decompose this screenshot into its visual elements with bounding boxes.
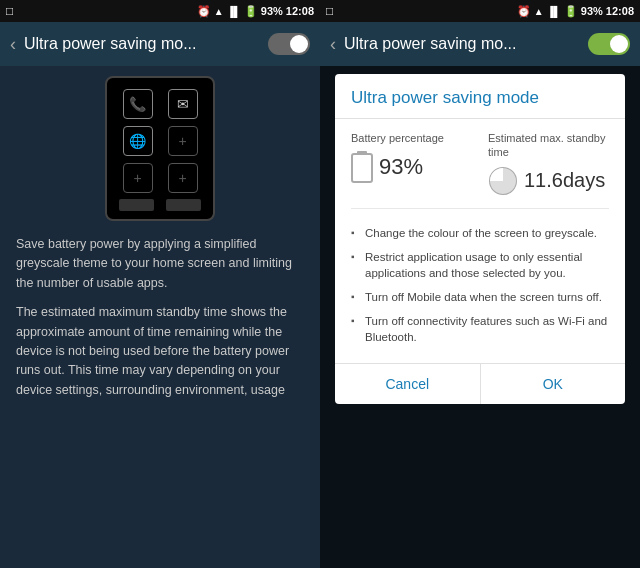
mockup-row-2: 🌐 +: [115, 125, 205, 156]
mockup-bar-left: [119, 199, 154, 211]
status-left-icons: □: [6, 4, 13, 18]
notification-icon: □: [6, 4, 13, 18]
phone-app-icon: 📞: [123, 89, 153, 119]
back-button[interactable]: ‹: [10, 34, 16, 55]
right-signal-icon: ▐▌: [547, 6, 561, 17]
phone-mockup: 📞 ✉ 🌐 + + +: [105, 76, 215, 221]
battery-value-row: 93%: [351, 151, 472, 183]
right-content-area: power runs out. This time may vary depen…: [320, 66, 640, 568]
feature-item-1: Change the colour of the screen to greys…: [351, 223, 609, 243]
globe-app-icon: 🌐: [123, 126, 153, 156]
battery-level-icon: [351, 151, 373, 183]
alarm-icon: ⏰: [197, 5, 211, 18]
battery-label: Battery percentage: [351, 131, 472, 145]
right-page-title: Ultra power saving mo...: [344, 35, 580, 53]
right-wifi-icon: ▲: [534, 6, 544, 17]
left-description: Save battery power by applying a simplif…: [16, 235, 304, 400]
desc-paragraph-1: Save battery power by applying a simplif…: [16, 235, 304, 293]
left-header-bar: ‹ Ultra power saving mo...: [0, 22, 320, 66]
standby-value-row: 11.6days: [488, 166, 609, 196]
right-back-button[interactable]: ‹: [330, 34, 336, 55]
time-display: 12:08: [286, 5, 314, 17]
ultra-power-toggle-on[interactable]: [588, 33, 630, 55]
cancel-button[interactable]: Cancel: [335, 364, 481, 404]
standby-clock-icon: [488, 166, 518, 196]
feature-item-3: Turn off Mobile data when the screen tur…: [351, 287, 609, 307]
add-app-icon-2: +: [123, 163, 153, 193]
battery-percentage-col: Battery percentage 93%: [351, 131, 472, 196]
mockup-row-1: 📞 ✉: [115, 88, 205, 119]
mockup-row-3: + +: [115, 162, 205, 193]
right-panel: □ ⏰ ▲ ▐▌ 🔋 93% 12:08 ‹ Ultra power savin…: [320, 0, 640, 568]
ultra-power-toggle-off[interactable]: [268, 33, 310, 55]
right-time-display: 12:08: [606, 5, 634, 17]
right-battery-icon: 🔋: [564, 5, 578, 18]
right-status-left: □: [326, 4, 333, 18]
feature-item-4: Turn off connectivity features such as W…: [351, 311, 609, 347]
standby-label: Estimated max. standby time: [488, 131, 609, 160]
dialog-overlay: Ultra power saving mode Battery percenta…: [320, 66, 640, 568]
ultra-power-dialog: Ultra power saving mode Battery percenta…: [335, 74, 625, 404]
mockup-bottom-bar: [115, 199, 205, 211]
right-notification-icon: □: [326, 4, 333, 18]
standby-time-value: 11.6days: [524, 169, 605, 192]
right-battery-percent-status: 93%: [581, 5, 603, 17]
right-alarm-icon: ⏰: [517, 5, 531, 18]
dialog-body: Battery percentage 93%: [335, 119, 625, 363]
right-status-bar: □ ⏰ ▲ ▐▌ 🔋 93% 12:08: [320, 0, 640, 22]
feature-item-2: Restrict application usage to only essen…: [351, 247, 609, 283]
left-status-bar: □ ⏰ ▲ ▐▌ 🔋 93% 12:08: [0, 0, 320, 22]
battery-info-section: Battery percentage 93%: [351, 131, 609, 209]
wifi-icon: ▲: [214, 6, 224, 17]
add-app-icon-1: +: [168, 126, 198, 156]
feature-list: Change the colour of the screen to greys…: [351, 223, 609, 348]
add-app-icon-3: +: [168, 163, 198, 193]
email-app-icon: ✉: [168, 89, 198, 119]
battery-icon: 🔋: [244, 5, 258, 18]
svg-rect-2: [354, 156, 370, 180]
signal-icon: ▐▌: [227, 6, 241, 17]
right-header-bar: ‹ Ultra power saving mo...: [320, 22, 640, 66]
battery-percent-status: 93%: [261, 5, 283, 17]
ok-button[interactable]: OK: [481, 364, 626, 404]
dialog-actions: Cancel OK: [335, 363, 625, 404]
status-right-icons: ⏰ ▲ ▐▌ 🔋 93% 12:08: [197, 5, 314, 18]
left-content-area: 📞 ✉ 🌐 + + + Save battery power by applyi…: [0, 66, 320, 568]
battery-percentage-value: 93%: [379, 154, 423, 180]
mockup-bar-right: [166, 199, 201, 211]
dialog-title: Ultra power saving mode: [335, 74, 625, 119]
left-page-title: Ultra power saving mo...: [24, 35, 260, 53]
left-panel: □ ⏰ ▲ ▐▌ 🔋 93% 12:08 ‹ Ultra power savin…: [0, 0, 320, 568]
right-status-right: ⏰ ▲ ▐▌ 🔋 93% 12:08: [517, 5, 634, 18]
standby-time-col: Estimated max. standby time 11.6days: [488, 131, 609, 196]
desc-paragraph-2: The estimated maximum standby time shows…: [16, 303, 304, 400]
